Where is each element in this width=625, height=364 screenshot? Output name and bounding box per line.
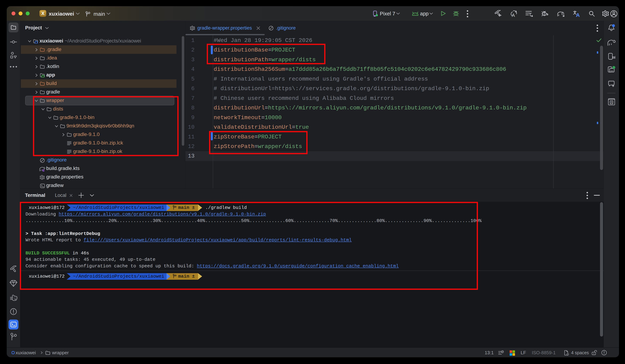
svg-text:A: A xyxy=(512,13,515,17)
svg-text:A: A xyxy=(611,101,613,104)
svg-text:A: A xyxy=(576,12,580,17)
